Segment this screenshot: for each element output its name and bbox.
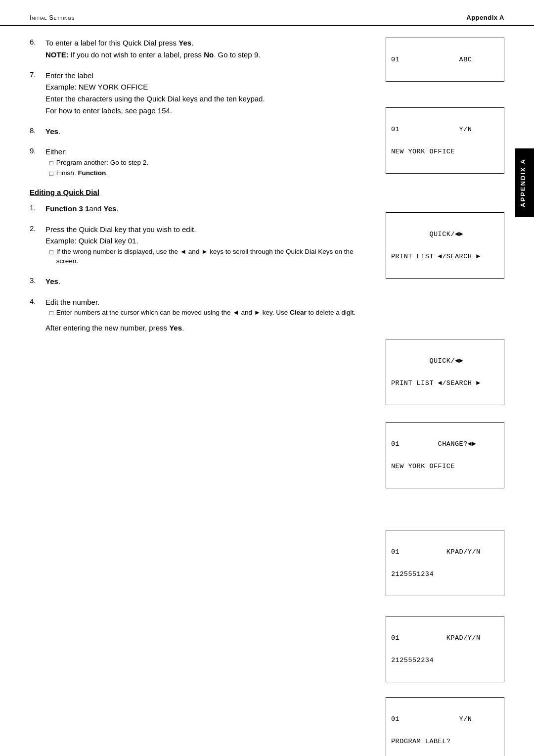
step-9-sub2-text: Finish: Function.	[56, 169, 108, 178]
lcd-8-line2: PRINT LIST ◄/SEARCH ►	[391, 253, 499, 260]
lcd-edit3-line2: 2125551234	[391, 570, 499, 578]
spacer-heading	[386, 324, 504, 329]
lcd-edit2-line1: 01 CHANGE?◄►	[391, 440, 499, 448]
lcd-edit1-line1: QUICK/◄►	[391, 357, 499, 365]
lcd-8-line1: QUICK/◄►	[391, 231, 499, 238]
step-9-function: Function	[78, 169, 106, 177]
step-9-number: 9.	[30, 146, 42, 155]
header-right: Appendix A	[466, 14, 504, 21]
edit-step-3-content: Yes.	[45, 276, 371, 288]
lcd-box-edit-1: QUICK/◄► PRINT LIST ◄/SEARCH ►	[386, 339, 504, 405]
lcd-edit-step-2: 01 CHANGE?◄► NEW YORK OFFICE	[386, 422, 504, 490]
step-6: 6. To enter a label for this Quick Dial …	[30, 38, 371, 61]
edit-step-1: 1. Function 3 1and Yes.	[30, 203, 371, 215]
edit-step-2-sub1: □ If the wrong number is displayed, use …	[49, 247, 371, 266]
edit-step-3: 3. Yes.	[30, 276, 371, 288]
clear-bold: Clear	[290, 309, 307, 316]
page-container: Initial Settings Appendix A APPENDIX A 6…	[0, 0, 534, 756]
note-label: NOTE:	[45, 50, 69, 59]
checkbox-icon-4: □	[49, 309, 53, 317]
page-header: Initial Settings Appendix A	[0, 0, 534, 26]
edit-step-4-sub1: □ Enter numbers at the cursor which can …	[49, 308, 371, 318]
step-8: 8. Yes.	[30, 126, 371, 138]
edit-step-1-content: Function 3 1and Yes.	[45, 203, 371, 215]
main-content: 6. To enter a label for this Quick Dial …	[0, 26, 534, 756]
lcd-box-6: 01 ABC	[386, 38, 504, 82]
lcd-edit-step-4b: 01 Y/N PROGRAM LABEL?	[386, 697, 504, 756]
edit-step-2-sub1-text: If the wrong number is displayed, use th…	[56, 247, 371, 266]
step-7-text: Enter the label	[45, 70, 371, 81]
edit-step-1-text: Function 3 1and Yes.	[45, 203, 371, 214]
lcd-6-line1: 01 ABC	[391, 56, 499, 63]
edit-step-4-content: Edit the number. □ Enter numbers at the …	[45, 297, 371, 334]
step-9-sub1-text: Program another: Go to step 2.	[56, 158, 148, 168]
edit-step-1-yes: Yes	[104, 204, 117, 213]
lcd-edit-step-1: QUICK/◄► PRINT LIST ◄/SEARCH ►	[386, 339, 504, 407]
step-9-text: Either:	[45, 146, 371, 157]
lcd-7-line2: NEW YORK OFFICE	[391, 148, 499, 155]
step-9-content: Either: □ Program another: Go to step 2.…	[45, 146, 371, 179]
edit-step-3-number: 3.	[30, 276, 42, 284]
lcd-step-7: 01 Y/N NEW YORK OFFICE	[386, 107, 504, 176]
lcd-edit-step-3: 01 KPAD/Y/N 2125551234	[386, 530, 504, 598]
edit-step-4: 4. Edit the number. □ Enter numbers at t…	[30, 297, 371, 334]
edit-step-4-after: After entering the new number, press Yes…	[45, 323, 371, 333]
lcd-edit2-line2: NEW YORK OFFICE	[391, 463, 499, 470]
step-6-number: 6.	[30, 38, 42, 46]
edit-step-4-text: Edit the number.	[45, 297, 371, 308]
step-8-number: 8.	[30, 126, 42, 135]
step-7-example: Example: NEW YORK OFFICE	[45, 82, 371, 93]
step-6-bold: Yes	[178, 39, 191, 47]
right-column: 01 ABC 01 Y/N NEW YORK OFFICE QUICK/◄► P…	[386, 38, 504, 756]
edit-step-4-number: 4.	[30, 297, 42, 305]
step-6-content: To enter a label for this Quick Dial pre…	[45, 38, 371, 61]
lcd-box-7: 01 Y/N NEW YORK OFFICE	[386, 107, 504, 174]
edit-step-2-example: Example: Quick Dial key 01.	[45, 236, 371, 246]
edit-step-1-bold: Function 3 1	[45, 204, 89, 213]
lcd-step-6: 01 ABC	[386, 38, 504, 84]
edit-step-2-content: Press the Quick Dial key that you wish t…	[45, 224, 371, 267]
step-9-sub1: □ Program another: Go to step 2.	[49, 158, 371, 168]
step-9: 9. Either: □ Program another: Go to step…	[30, 146, 371, 179]
lcd-edit4a-line2: 2125552234	[391, 657, 499, 664]
lcd-edit1-line2: PRINT LIST ◄/SEARCH ►	[391, 379, 499, 387]
lcd-edit4b-line1: 01 Y/N	[391, 715, 499, 723]
step-7-content: Enter the label Example: NEW YORK OFFICE…	[45, 70, 371, 117]
lcd-box-edit-4b: 01 Y/N PROGRAM LABEL?	[386, 697, 504, 756]
lcd-box-edit-4a: 01 KPAD/Y/N 2125552234	[386, 616, 504, 682]
appendix-tab-text: APPENDIX A	[519, 158, 527, 207]
step-7-number: 7.	[30, 70, 42, 79]
edit-step-4-sub1-text: Enter numbers at the cursor which can be…	[56, 308, 356, 318]
lcd-edit4b-line2: PROGRAM LABEL?	[391, 738, 499, 745]
step-7-instruction: Enter the characters using the Quick Dia…	[45, 94, 371, 104]
appendix-tab: APPENDIX A	[515, 148, 534, 217]
header-left: Initial Settings	[30, 14, 75, 21]
edit-step-4-yes: Yes	[169, 324, 182, 332]
note-no: No	[204, 50, 214, 59]
lcd-step-8: QUICK/◄► PRINT LIST ◄/SEARCH ►	[386, 212, 504, 281]
lcd-edit-step-4a: 01 KPAD/Y/N 2125552234	[386, 616, 504, 684]
lcd-edit3-line1: 01 KPAD/Y/N	[391, 548, 499, 556]
step-6-text: To enter a label for this Quick Dial pre…	[45, 38, 371, 48]
step-6-note: NOTE: If you do not wish to enter a labe…	[45, 49, 371, 60]
checkbox-icon-1: □	[49, 159, 53, 167]
edit-step-3-text: Yes.	[45, 276, 371, 287]
page-number: 180	[30, 754, 51, 756]
step-8-bold: Yes	[45, 127, 58, 136]
step-7: 7. Enter the label Example: NEW YORK OFF…	[30, 70, 371, 117]
step-7-seepage: For how to enter labels, see page 154.	[45, 105, 371, 116]
lcd-7-line1: 01 Y/N	[391, 126, 499, 133]
lcd-box-edit-3: 01 KPAD/Y/N 2125551234	[386, 530, 504, 596]
spacer-step-9	[386, 289, 504, 319]
checkbox-icon-2: □	[49, 170, 53, 177]
editing-section-heading: Editing a Quick Dial	[30, 188, 371, 196]
edit-step-2-number: 2.	[30, 224, 42, 233]
left-column: 6. To enter a label for this Quick Dial …	[30, 38, 371, 756]
lcd-box-edit-2: 01 CHANGE?◄► NEW YORK OFFICE	[386, 422, 504, 488]
step-8-text: Yes.	[45, 126, 371, 137]
lcd-box-8: QUICK/◄► PRINT LIST ◄/SEARCH ►	[386, 212, 504, 279]
edit-step-2-text: Press the Quick Dial key that you wish t…	[45, 224, 371, 235]
step-8-content: Yes.	[45, 126, 371, 138]
edit-step-3-bold: Yes	[45, 277, 58, 285]
lcd-edit4a-line1: 01 KPAD/Y/N	[391, 634, 499, 642]
